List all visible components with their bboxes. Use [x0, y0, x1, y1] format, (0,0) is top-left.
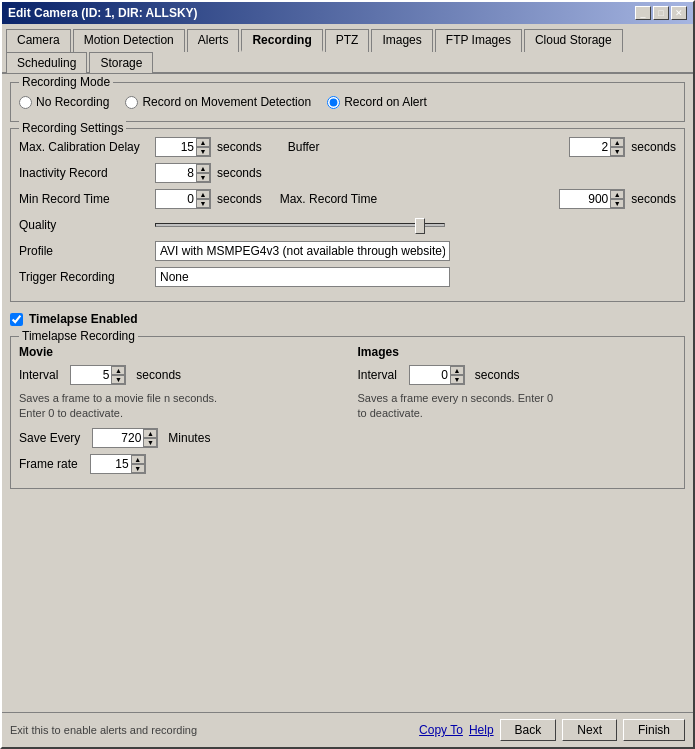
recording-settings-label: Recording Settings: [19, 121, 126, 135]
recording-mode-group: Recording Mode No Recording Record on Mo…: [10, 82, 685, 122]
timelapse-inner: Movie Interval ▲ ▼ seconds Saves a frame: [19, 345, 676, 480]
window-title: Edit Camera (ID: 1, DIR: ALLSKY): [8, 6, 198, 20]
buffer-label: Buffer: [288, 140, 320, 154]
copy-to-button[interactable]: Copy To: [419, 723, 463, 737]
images-interval-down[interactable]: ▼: [450, 375, 464, 384]
min-record-spinner[interactable]: ▲ ▼: [155, 189, 211, 209]
images-interval-up[interactable]: ▲: [450, 366, 464, 375]
maximize-button[interactable]: □: [653, 6, 669, 20]
max-record-up[interactable]: ▲: [610, 190, 624, 199]
recording-mode-label: Recording Mode: [19, 75, 113, 89]
minimize-button[interactable]: _: [635, 6, 651, 20]
min-record-up[interactable]: ▲: [196, 190, 210, 199]
help-button[interactable]: Help: [469, 723, 494, 737]
profile-row: Profile AVI with MSMPEG4v3 (not availabl…: [19, 241, 676, 261]
buffer-units: seconds: [631, 140, 676, 154]
movie-interval-spinner[interactable]: ▲ ▼: [70, 365, 126, 385]
inactivity-spinner[interactable]: ▲ ▼: [155, 163, 211, 183]
cal-delay-units: seconds: [217, 140, 262, 154]
tab-cloud-storage[interactable]: Cloud Storage: [524, 29, 623, 52]
cal-delay-spinner[interactable]: ▲ ▼: [155, 137, 211, 157]
bottom-bar: Exit this to enable alerts and recording…: [2, 712, 693, 747]
trigger-select[interactable]: NoneMotionAlert: [155, 267, 450, 287]
profile-combo[interactable]: AVI with MSMPEG4v3 (not available throug…: [155, 241, 450, 261]
close-button[interactable]: ✕: [671, 6, 687, 20]
images-desc: Saves a frame every n seconds. Enter 0 t…: [358, 391, 558, 422]
tab-recording[interactable]: Recording: [241, 29, 322, 52]
movie-title: Movie: [19, 345, 338, 359]
cal-delay-up[interactable]: ▲: [196, 138, 210, 147]
tab-motion-detection[interactable]: Motion Detection: [73, 29, 185, 52]
tab-ptz[interactable]: PTZ: [325, 29, 370, 52]
tab-content: Recording Mode No Recording Record on Mo…: [2, 74, 693, 712]
movie-interval-units: seconds: [136, 368, 181, 382]
max-record-label: Max. Record Time: [280, 192, 377, 206]
buffer-spinner[interactable]: ▲ ▼: [569, 137, 625, 157]
tab-bar: Camera Motion Detection Alerts Recording…: [2, 24, 693, 74]
trigger-label: Trigger Recording: [19, 270, 149, 284]
frame-rate-input[interactable]: [91, 455, 131, 473]
timelapse-checkbox[interactable]: [10, 313, 23, 326]
title-bar-buttons: _ □ ✕: [635, 6, 687, 20]
save-every-down[interactable]: ▼: [143, 438, 157, 447]
radio-no-recording[interactable]: No Recording: [19, 95, 109, 109]
quality-row: Quality: [19, 215, 676, 235]
trigger-combo[interactable]: NoneMotionAlert: [155, 267, 450, 287]
tab-storage[interactable]: Storage: [89, 52, 153, 73]
inactivity-down[interactable]: ▼: [196, 173, 210, 182]
record-time-row: Min Record Time ▲ ▼ seconds Max. Record …: [19, 189, 676, 209]
cal-delay-down[interactable]: ▼: [196, 147, 210, 156]
quality-slider-container[interactable]: [155, 215, 445, 235]
timelapse-images-col: Images Interval ▲ ▼ seconds Saves a fram…: [358, 345, 677, 480]
status-text: Exit this to enable alerts and recording: [10, 724, 197, 736]
next-button[interactable]: Next: [562, 719, 617, 741]
buffer-up[interactable]: ▲: [610, 138, 624, 147]
images-interval-row: Interval ▲ ▼ seconds: [358, 365, 677, 385]
recording-mode-options: No Recording Record on Movement Detectio…: [19, 91, 676, 113]
radio-record-alert[interactable]: Record on Alert: [327, 95, 427, 109]
buffer-input[interactable]: [570, 138, 610, 156]
movie-desc: Saves a frame to a movie file n seconds.…: [19, 391, 219, 422]
quality-label: Quality: [19, 218, 149, 232]
back-button[interactable]: Back: [500, 719, 557, 741]
max-record-down[interactable]: ▼: [610, 199, 624, 208]
buffer-down[interactable]: ▼: [610, 147, 624, 156]
inactivity-input[interactable]: [156, 164, 196, 182]
frame-rate-down[interactable]: ▼: [131, 464, 145, 473]
timelapse-group-label: Timelapse Recording: [19, 329, 138, 343]
min-record-down[interactable]: ▼: [196, 199, 210, 208]
tab-images[interactable]: Images: [371, 29, 432, 52]
save-every-input[interactable]: [93, 429, 143, 447]
movie-interval-row: Interval ▲ ▼ seconds: [19, 365, 338, 385]
cal-delay-label: Max. Calibration Delay: [19, 140, 149, 154]
finish-button[interactable]: Finish: [623, 719, 685, 741]
trigger-row: Trigger Recording NoneMotionAlert: [19, 267, 676, 287]
max-record-input[interactable]: [560, 190, 610, 208]
save-every-spinner[interactable]: ▲ ▼: [92, 428, 158, 448]
quality-slider-thumb[interactable]: [415, 218, 425, 234]
tab-camera[interactable]: Camera: [6, 29, 71, 52]
inactivity-up[interactable]: ▲: [196, 164, 210, 173]
images-interval-units: seconds: [475, 368, 520, 382]
title-bar: Edit Camera (ID: 1, DIR: ALLSKY) _ □ ✕: [2, 2, 693, 24]
movie-interval-up[interactable]: ▲: [111, 366, 125, 375]
max-record-spinner[interactable]: ▲ ▼: [559, 189, 625, 209]
radio-record-movement[interactable]: Record on Movement Detection: [125, 95, 311, 109]
images-interval-input[interactable]: [410, 366, 450, 384]
min-record-input[interactable]: [156, 190, 196, 208]
recording-settings-group: Recording Settings Max. Calibration Dela…: [10, 128, 685, 302]
tab-ftp-images[interactable]: FTP Images: [435, 29, 522, 52]
max-record-units: seconds: [631, 192, 676, 206]
save-every-up[interactable]: ▲: [143, 429, 157, 438]
movie-interval-down[interactable]: ▼: [111, 375, 125, 384]
frame-rate-spinner[interactable]: ▲ ▼: [90, 454, 146, 474]
frame-rate-up[interactable]: ▲: [131, 455, 145, 464]
timelapse-movie-col: Movie Interval ▲ ▼ seconds Saves a frame: [19, 345, 338, 480]
images-interval-label: Interval: [358, 368, 397, 382]
profile-select[interactable]: AVI with MSMPEG4v3 (not available throug…: [155, 241, 450, 261]
images-interval-spinner[interactable]: ▲ ▼: [409, 365, 465, 385]
tab-scheduling[interactable]: Scheduling: [6, 52, 87, 73]
tab-alerts[interactable]: Alerts: [187, 29, 240, 52]
movie-interval-input[interactable]: [71, 366, 111, 384]
cal-delay-input[interactable]: [156, 138, 196, 156]
